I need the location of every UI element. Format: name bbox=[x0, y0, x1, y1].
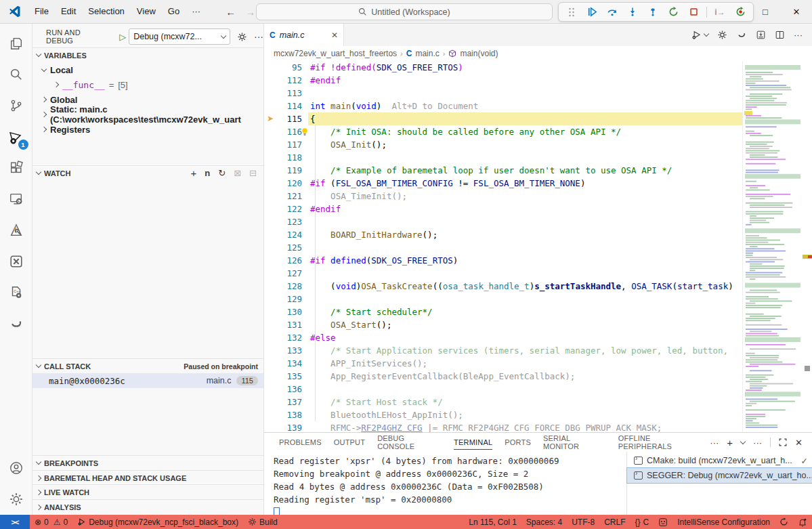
code-line-134[interactable]: 134 APP_InitServices(); bbox=[264, 357, 812, 370]
code-line-136[interactable]: 136 bbox=[264, 383, 812, 396]
menu-item-edit[interactable]: Edit bbox=[55, 3, 82, 20]
variables-tree-row[interactable]: Static: main.c (C:\work\workspaces\test\… bbox=[33, 107, 263, 122]
mcuxpresso-icon[interactable] bbox=[3, 246, 30, 277]
code-line-133[interactable]: 133 /* Start Application services (timer… bbox=[264, 344, 812, 357]
watch-natural-format-icon[interactable]: n bbox=[205, 168, 210, 178]
project-config-icon[interactable]: C++ bbox=[3, 277, 30, 308]
step-over-icon[interactable] bbox=[603, 4, 621, 20]
code-line-139[interactable]: 139 RFMC->RF2P4GHZ_CFG |= RFMC_RF2P4GHZ_… bbox=[264, 421, 812, 432]
run-or-debug-icon[interactable] bbox=[691, 30, 708, 41]
panel-tab-output[interactable]: OUTPUT bbox=[328, 433, 370, 452]
panel-tab-terminal[interactable]: TERMINAL bbox=[448, 433, 498, 452]
toolbar-drag-grip[interactable] bbox=[563, 4, 580, 20]
step-into-icon[interactable] bbox=[624, 4, 641, 20]
stop-icon[interactable] bbox=[685, 4, 702, 20]
build-button[interactable]: Build bbox=[243, 515, 282, 529]
search-sidebar-icon[interactable] bbox=[3, 59, 30, 90]
code-line-95[interactable]: 95#if !defined(SDK_OS_FREE_RTOS) bbox=[264, 61, 812, 74]
terminal-dropdown-icon[interactable] bbox=[740, 438, 746, 444]
code-line-137[interactable]: 137 /* Start Host stack */ bbox=[264, 396, 812, 408]
remote-indicator[interactable]: >< bbox=[0, 515, 30, 529]
overview-ruler[interactable] bbox=[803, 61, 812, 432]
section-header-live-watch[interactable]: LIVE WATCH bbox=[33, 484, 263, 499]
menu-item-go[interactable]: Go bbox=[162, 3, 186, 20]
remote-explorer-icon[interactable] bbox=[3, 184, 30, 215]
peripherals-icon[interactable] bbox=[3, 308, 30, 339]
code-line-116[interactable]: 116 /* Init OSA: should be called before… bbox=[264, 125, 812, 138]
breadcrumb-symbol[interactable]: main(void) bbox=[460, 49, 498, 58]
tab-close-icon[interactable]: ✕ bbox=[331, 30, 338, 40]
code-line-128[interactable]: 128 (void)OSA_TaskCreate((osa_task_handl… bbox=[264, 280, 812, 293]
code-line-113[interactable]: 113 bbox=[264, 87, 812, 100]
step-instruction-icon[interactable]: i→ bbox=[711, 4, 729, 20]
encoding-status[interactable]: UTF-8 bbox=[567, 515, 599, 529]
feedback-smiley-icon[interactable] bbox=[654, 515, 672, 529]
mcux-quick-action-icon[interactable] bbox=[736, 30, 747, 40]
menu-item-view[interactable]: View bbox=[131, 3, 162, 20]
accounts-icon[interactable] bbox=[3, 452, 30, 484]
new-terminal-icon[interactable]: + bbox=[727, 437, 733, 448]
code-line-112[interactable]: 112#endif bbox=[264, 74, 812, 87]
run-and-debug-icon[interactable]: 1 bbox=[3, 121, 30, 152]
restart-icon[interactable] bbox=[664, 4, 682, 20]
variables-section-header[interactable]: VARIABLES bbox=[33, 47, 263, 62]
cmake-tools-icon[interactable] bbox=[3, 215, 30, 246]
code-line-126[interactable]: 126#if defined(SDK_OS_FREE_RTOS) bbox=[264, 254, 812, 267]
close-panel-icon[interactable]: ✕ bbox=[795, 438, 803, 448]
code-line-135[interactable]: 135 App_RegisterEventCallback(BleApp_Eve… bbox=[264, 370, 812, 383]
code-line-114[interactable]: 114int main(void) Alt+D to Document bbox=[264, 100, 812, 112]
terminal-session-item[interactable]: SEGGER: Debug (mcxw72evk_w_uart_ho... bbox=[627, 468, 812, 483]
cursor-position-status[interactable]: Ln 115, Col 1 bbox=[464, 515, 521, 529]
menu-item-selection[interactable]: Selection bbox=[82, 3, 130, 20]
explorer-icon[interactable] bbox=[3, 28, 30, 59]
minimap[interactable] bbox=[742, 61, 812, 432]
breadcrumb-folder[interactable]: mcxw72evk_w_uart_host_freertos bbox=[274, 49, 397, 58]
language-status[interactable]: {}C bbox=[631, 515, 654, 529]
code-line-124[interactable]: 124 BOARD_InitHardware(); bbox=[264, 228, 812, 241]
panel-tab-ports[interactable]: PORTS bbox=[499, 433, 536, 452]
step-out-icon[interactable] bbox=[644, 4, 662, 20]
maximize-button[interactable]: □ bbox=[750, 0, 781, 24]
tab-main-c[interactable]: C main.c ✕ bbox=[264, 24, 344, 46]
terminal-output[interactable]: Read register 'xpsr' (4 bytes) from hard… bbox=[264, 452, 626, 515]
panel-tab-offline-peripherals[interactable]: OFFLINE PERIPHERALS bbox=[613, 433, 709, 452]
code-line-119[interactable]: 119 /* Example of baremetal loop if user… bbox=[264, 164, 812, 177]
sync-icon[interactable] bbox=[775, 515, 793, 529]
section-header-analysis[interactable]: ANALYSIS bbox=[33, 499, 263, 514]
code-line-131[interactable]: 131 OSA_Start(); bbox=[264, 318, 812, 331]
close-button[interactable]: ✕ bbox=[781, 0, 812, 24]
menu-item-moremoremore[interactable]: ··· bbox=[186, 3, 207, 20]
back-arrow-icon[interactable]: ← bbox=[226, 6, 236, 18]
watch-section-header[interactable]: WATCH + n ↻ ⊠ ⊟ bbox=[33, 165, 263, 180]
notifications-bell-icon[interactable] bbox=[793, 515, 812, 529]
debug-config-dropdown[interactable]: Debug (mcxw72... bbox=[129, 28, 230, 45]
call-stack-section-header[interactable]: CALL STACK Paused on breakpoint bbox=[33, 358, 263, 373]
variables-tree-row[interactable]: __func__ = [5] bbox=[33, 77, 263, 92]
start-debug-icon[interactable]: ▷ bbox=[119, 32, 126, 42]
variables-tree-row[interactable]: Local bbox=[33, 62, 263, 77]
watch-add-icon[interactable]: + bbox=[191, 167, 197, 179]
code-line-123[interactable]: 123 bbox=[264, 215, 812, 228]
maximize-panel-icon[interactable] bbox=[779, 438, 787, 446]
code-line-138[interactable]: 138 BluetoothLEHost_AppInit(); bbox=[264, 408, 812, 421]
forward-arrow-icon[interactable]: → bbox=[245, 6, 255, 18]
problems-status[interactable]: ⊗0 ⚠0 bbox=[30, 515, 72, 529]
call-stack-frame[interactable]: main@0x0000236c main.c 115 bbox=[33, 373, 263, 388]
code-line-117[interactable]: 117 OSA_Init(); bbox=[264, 138, 812, 151]
intellisense-status[interactable]: IntelliSense Configuration bbox=[672, 515, 775, 529]
code-line-132[interactable]: 132#else bbox=[264, 331, 812, 344]
panel-tabs-overflow-icon[interactable]: ··· bbox=[710, 438, 719, 448]
code-line-129[interactable]: 129 bbox=[264, 293, 812, 305]
code-line-118[interactable]: 118 bbox=[264, 151, 812, 164]
code-editor[interactable]: 95#if !defined(SDK_OS_FREE_RTOS)112#endi… bbox=[264, 61, 812, 432]
debug-config-status[interactable]: Debug (mcxw72evk_ncp_fsci_black_box) bbox=[72, 515, 243, 529]
code-line-122[interactable]: 122#endif bbox=[264, 203, 812, 215]
panel-tab-serial-monitor[interactable]: SERIAL MONITOR bbox=[538, 433, 612, 452]
code-line-121[interactable]: 121 OSA_TimeInit(); bbox=[264, 190, 812, 203]
editor-settings-gear-icon[interactable] bbox=[717, 30, 727, 40]
panel-tab-debug-console[interactable]: DEBUG CONSOLE bbox=[372, 433, 447, 452]
code-line-127[interactable]: 127 bbox=[264, 267, 812, 280]
debug-settings-gear-icon[interactable] bbox=[237, 32, 247, 42]
extensions-icon[interactable] bbox=[3, 152, 30, 184]
indentation-status[interactable]: Spaces: 4 bbox=[521, 515, 567, 529]
